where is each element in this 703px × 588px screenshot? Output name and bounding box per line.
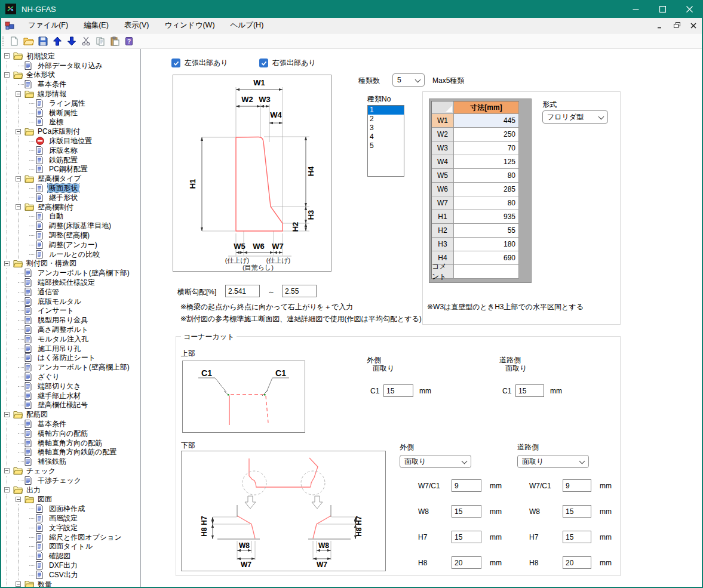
tree-item-label[interactable]: CSV出力 <box>48 571 79 579</box>
tree-item[interactable]: 壁高欄割付 <box>1 202 140 212</box>
tree-item[interactable]: 床版目地位置 <box>1 136 140 146</box>
tree-item[interactable]: 干渉チェック <box>1 476 140 485</box>
tree-item-label[interactable]: 高さ調整ボルト <box>36 325 90 334</box>
tree-item-label[interactable]: チェック <box>25 467 57 475</box>
tree-item[interactable]: 橋軸直角方向鉄筋の配置 <box>1 447 140 457</box>
tree-item-label[interactable]: 基本条件 <box>36 80 67 88</box>
tree-expand-cell[interactable] <box>13 127 24 136</box>
tree-item[interactable]: はく落防止シート <box>1 353 140 363</box>
tree-item-label[interactable]: 配筋図 <box>25 410 49 418</box>
menu-item-1[interactable]: 編集(E) <box>76 18 116 33</box>
tree-item[interactable]: 補強鉄筋 <box>1 457 140 466</box>
tree-item-label[interactable]: 全体形状 <box>25 70 56 79</box>
tree-item[interactable]: 出力 <box>1 485 140 495</box>
tree-item[interactable]: CSV出力 <box>1 570 140 580</box>
tree-item-label[interactable]: 橋軸直角方向の配筋 <box>36 439 103 447</box>
tree-item[interactable]: ルールとの比較 <box>1 250 140 259</box>
tree-item[interactable]: 継手部止水材 <box>1 391 140 401</box>
paste-icon[interactable] <box>108 35 121 48</box>
grid-row-header[interactable]: W2 <box>432 128 454 141</box>
tree-expand-cell[interactable] <box>1 259 13 269</box>
collapse-icon[interactable] <box>4 487 10 492</box>
grid-value-cell[interactable]: 125 <box>454 155 519 169</box>
grid-row-header[interactable]: W6 <box>432 183 454 196</box>
tree-item[interactable]: 脱型用吊り金具 <box>1 315 140 325</box>
tree-item-label[interactable]: 外部データ取り込み <box>36 61 104 70</box>
cross-slope-to-input[interactable] <box>282 285 317 297</box>
tree-item-label[interactable]: 数量 <box>36 580 53 587</box>
tree-item-label[interactable]: 通信管 <box>36 288 60 296</box>
tree-item[interactable]: 図面枠作成 <box>1 504 140 513</box>
grid-value-cell[interactable]: 285 <box>454 183 519 196</box>
cross-slope-from-input[interactable] <box>225 285 260 297</box>
tree-expand-cell[interactable] <box>13 89 24 98</box>
tree-item-label[interactable]: 橋軸直角方向鉄筋の配置 <box>36 448 118 456</box>
grid-value-cell[interactable]: 80 <box>454 169 519 183</box>
collapse-icon[interactable] <box>4 468 10 473</box>
grid-row-header[interactable]: H3 <box>432 238 454 251</box>
tree-item[interactable]: 自動 <box>1 212 140 221</box>
tree-item-label[interactable]: 確認図 <box>48 552 72 560</box>
tree-item[interactable]: 線形情報 <box>1 89 140 98</box>
copy-icon[interactable] <box>94 35 107 48</box>
tree-item-label[interactable]: 図面枠作成 <box>48 504 86 513</box>
grid-row-header[interactable]: H2 <box>432 224 454 238</box>
menu-item-4[interactable]: ヘルプ(H) <box>223 18 272 33</box>
tree-item-label[interactable]: 端部接続仕様設定 <box>36 278 96 287</box>
format-select[interactable]: フロリダ型 <box>542 110 608 124</box>
tree-item-label[interactable]: はく落防止シート <box>36 353 97 362</box>
tree-item[interactable]: ざぐり <box>1 372 140 381</box>
tree-item-label[interactable]: 初期設定 <box>25 52 56 60</box>
grid-value-cell[interactable]: 80 <box>454 196 519 210</box>
field-input[interactable] <box>452 556 481 569</box>
collapse-icon[interactable] <box>4 412 10 417</box>
tree-item[interactable]: 基本条件 <box>1 79 140 89</box>
tree-item-label[interactable]: ルールとの比較 <box>48 250 101 258</box>
collapse-icon[interactable] <box>16 91 21 97</box>
tree-item[interactable]: 図面 <box>1 494 140 504</box>
tree-item[interactable]: アンカーボルト(壁高欄上部) <box>1 362 140 372</box>
tree-expand-cell[interactable] <box>1 410 13 419</box>
tree-expand-cell[interactable] <box>13 174 24 183</box>
tree-item[interactable]: 割付図・構造図 <box>1 259 140 269</box>
mdi-minimize-button[interactable] <box>655 21 665 30</box>
tree-item-label[interactable]: 床版目地位置 <box>48 137 93 145</box>
collapse-icon[interactable] <box>4 53 10 59</box>
tree-item[interactable]: 初期設定 <box>1 51 140 61</box>
minimize-button[interactable] <box>622 0 649 18</box>
grid-row-header[interactable]: W3 <box>432 141 454 155</box>
tree-item[interactable]: 全体形状 <box>1 70 140 80</box>
type-no-option[interactable]: 4 <box>368 133 404 141</box>
right-overhang-checkbox[interactable] <box>259 59 268 67</box>
tree-expand-cell[interactable] <box>1 51 13 61</box>
upper-outer-c1-input[interactable] <box>383 384 413 397</box>
move-down-icon[interactable] <box>65 35 78 48</box>
tree-item[interactable]: 調整(床版基準目地) <box>1 221 140 230</box>
tree-item[interactable]: 断面形状 <box>1 183 140 193</box>
tree-item[interactable]: 座標 <box>1 118 140 127</box>
tree-item-label[interactable]: インサート <box>36 306 75 315</box>
tree-item[interactable]: インサート <box>1 306 140 316</box>
open-folder-icon[interactable] <box>22 35 35 48</box>
tree-item-label[interactable]: 鉄筋配置 <box>48 156 79 164</box>
grid-header-cell[interactable]: 寸法[mm] <box>454 101 519 114</box>
collapse-icon[interactable] <box>16 176 21 181</box>
tree-item-label[interactable]: 床版名称 <box>48 146 79 155</box>
grid-value-cell[interactable]: 250 <box>454 128 519 141</box>
tree-item[interactable]: 橋軸直角方向の配筋 <box>1 438 140 448</box>
tree-item[interactable]: 外部データ取り込み <box>1 61 140 70</box>
menu-item-0[interactable]: ファイル(F) <box>20 18 76 33</box>
tree-item[interactable]: 調整(壁高欄) <box>1 230 140 240</box>
move-up-icon[interactable] <box>51 35 64 48</box>
collapse-icon[interactable] <box>16 497 21 502</box>
grid-value-cell[interactable] <box>454 265 519 279</box>
field-input[interactable] <box>452 505 481 518</box>
tree-item[interactable]: 端部接続仕様設定 <box>1 278 140 287</box>
tree-item-label[interactable]: DXF出力 <box>48 561 79 569</box>
menu-item-3[interactable]: ウィンドウ(W) <box>156 18 222 33</box>
grid-row-header[interactable]: W5 <box>432 169 454 183</box>
type-count-select[interactable]: 5 <box>392 73 425 87</box>
tree-item[interactable]: DXF出力 <box>1 561 140 570</box>
tree-item-label[interactable]: PC鋼材配置 <box>48 165 89 173</box>
tree-item-label[interactable]: 出力 <box>25 486 42 494</box>
